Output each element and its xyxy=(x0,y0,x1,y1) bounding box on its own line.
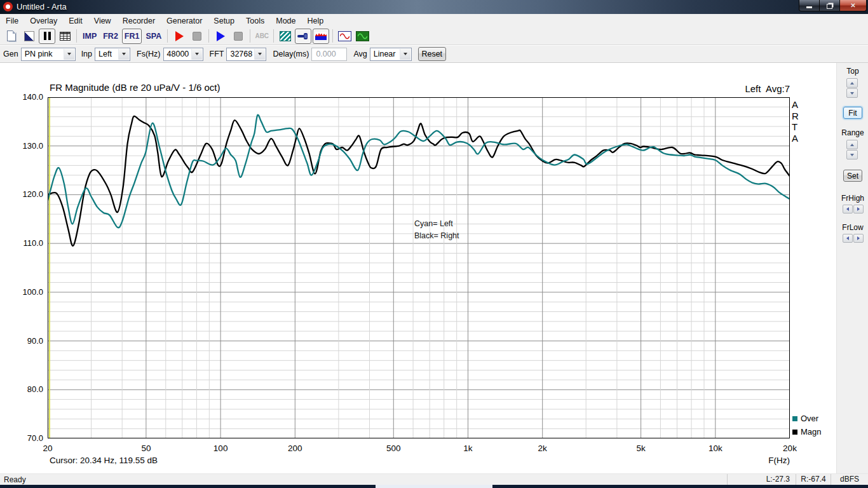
reset-button[interactable]: Reset xyxy=(418,47,446,61)
mode-fr1-button[interactable]: FR1 xyxy=(122,29,142,44)
pointer-button[interactable] xyxy=(21,29,37,44)
status-unit: dBFS xyxy=(831,474,868,485)
chevron-down-icon xyxy=(64,49,74,60)
x-tick-label: 1k xyxy=(463,444,472,453)
plot-control-panel: Top Fit Range Set FrHigh FrLow xyxy=(836,63,868,473)
x-tick-label: 5k xyxy=(636,444,645,453)
frhigh-label: FrHigh xyxy=(837,194,868,203)
stop-icon xyxy=(193,32,201,41)
fs-label: Fs(Hz) xyxy=(137,50,161,58)
record-button[interactable] xyxy=(171,29,187,44)
status-left-level: L:-27.3 xyxy=(727,474,796,485)
sample-rate-select[interactable]: 48000 xyxy=(163,48,203,61)
two-channel-generator-button[interactable] xyxy=(354,29,370,44)
spectrogram-button[interactable] xyxy=(277,29,294,44)
legend: Over Magn xyxy=(792,412,822,438)
menu-setup[interactable]: Setup xyxy=(208,15,240,27)
x-tick-label: 20k xyxy=(783,444,797,453)
arrow-up-icon xyxy=(850,82,854,85)
microphone-button[interactable] xyxy=(295,29,311,44)
top-up-button[interactable] xyxy=(846,78,858,88)
legend-swatch-magn xyxy=(792,430,797,435)
range-spinner xyxy=(846,140,858,160)
mode-imp-button[interactable]: IMP xyxy=(80,29,99,44)
avg-label: Avg xyxy=(353,50,367,58)
minimize-button[interactable] xyxy=(799,0,820,11)
menu-generator[interactable]: Generator xyxy=(161,15,208,27)
inp-label: Inp xyxy=(81,50,92,58)
menu-view[interactable]: View xyxy=(88,15,117,27)
frhigh-right-button[interactable] xyxy=(853,205,864,214)
menu-overlay[interactable]: Overlay xyxy=(24,15,63,27)
close-button[interactable]: ✕ xyxy=(839,0,867,11)
arrow-down-icon xyxy=(850,92,854,95)
channel-annotation: Cyan= Left Black= Right xyxy=(414,218,459,241)
data-table-button[interactable] xyxy=(57,29,73,44)
x-tick-label: 50 xyxy=(141,444,151,453)
chevron-down-icon xyxy=(400,49,410,60)
pause-icon xyxy=(44,32,51,40)
arrow-left-icon xyxy=(846,207,849,211)
top-label: Top xyxy=(837,67,868,76)
mode-fr2-button[interactable]: FR2 xyxy=(100,29,121,44)
range-down-button[interactable] xyxy=(846,150,858,159)
y-tick-label: 80.0 xyxy=(11,384,43,394)
x-tick-label: 20 xyxy=(43,444,52,453)
arta-window: Untitled - Arta ✕ File Overlay Edit View… xyxy=(0,0,868,488)
y-tick-label: 70.0 xyxy=(11,433,43,443)
mode-spa-button[interactable]: SPA xyxy=(143,29,164,44)
microphone-icon xyxy=(297,32,309,40)
legend-label-over: Over xyxy=(801,414,818,423)
top-down-button[interactable] xyxy=(846,88,858,98)
frlow-left-button[interactable] xyxy=(843,234,853,243)
signal-generator-button[interactable] xyxy=(336,29,353,44)
restore-icon xyxy=(827,4,832,9)
taskbar-edge xyxy=(0,485,868,488)
toolbar-separator xyxy=(273,29,274,43)
waveform-icon xyxy=(315,32,327,40)
frlow-spinner xyxy=(843,234,864,243)
pause-button[interactable] xyxy=(39,29,55,44)
play-stop-button[interactable] xyxy=(230,29,247,44)
menu-mode[interactable]: Mode xyxy=(270,15,301,27)
waveform-button[interactable] xyxy=(313,29,329,44)
frhigh-left-button[interactable] xyxy=(843,205,853,214)
fft-label: FFT xyxy=(210,50,224,58)
chevron-down-icon xyxy=(118,49,129,60)
toolbar-separator xyxy=(250,29,250,43)
x-axis-unit-label: F(Hz) xyxy=(726,456,790,465)
titlebar: Untitled - Arta ✕ xyxy=(0,0,868,14)
play-button[interactable] xyxy=(212,29,229,44)
x-tick-label: 100 xyxy=(214,444,228,453)
menu-tools[interactable]: Tools xyxy=(240,15,270,27)
generator-type-select[interactable]: PN pink xyxy=(21,48,76,61)
record-stop-button[interactable] xyxy=(189,29,205,44)
toolbar-separator xyxy=(167,29,168,43)
cursor-readout: Cursor: 20.34 Hz, 119.55 dB xyxy=(50,456,158,465)
fft-size-select[interactable]: 32768 xyxy=(226,48,266,61)
menu-file[interactable]: File xyxy=(0,15,24,27)
y-tick-label: 140.0 xyxy=(11,92,43,102)
menu-recorder[interactable]: Recorder xyxy=(117,15,161,27)
window-title: Untitled - Arta xyxy=(17,2,67,11)
stop-icon xyxy=(234,32,243,41)
frlow-right-button[interactable] xyxy=(853,234,864,243)
statusbar: Ready L:-27.3 R:-67.4 dBFS xyxy=(0,473,868,485)
x-tick-label: 200 xyxy=(288,444,302,453)
plot-title: FR Magnitude (dB re 20 uPa/V - 1/6 oct) xyxy=(50,82,220,93)
label-tool-button[interactable]: ABC xyxy=(254,29,270,44)
range-up-button[interactable] xyxy=(846,140,858,149)
fr-magnitude-plot[interactable] xyxy=(48,97,790,438)
legend-item-over: Over xyxy=(792,412,822,425)
set-button[interactable]: Set xyxy=(843,170,862,182)
input-channel-select[interactable]: Left xyxy=(95,48,130,61)
diagonal-stripes-icon xyxy=(280,31,291,41)
new-document-button[interactable] xyxy=(3,29,20,44)
fit-button[interactable]: Fit xyxy=(843,107,862,119)
delay-input[interactable]: 0.000 xyxy=(311,48,347,61)
averaging-select[interactable]: Linear xyxy=(370,48,412,61)
menu-help[interactable]: Help xyxy=(302,15,330,27)
toolbar-separator xyxy=(208,29,209,43)
restore-button[interactable] xyxy=(820,0,839,11)
menu-edit[interactable]: Edit xyxy=(63,15,88,27)
